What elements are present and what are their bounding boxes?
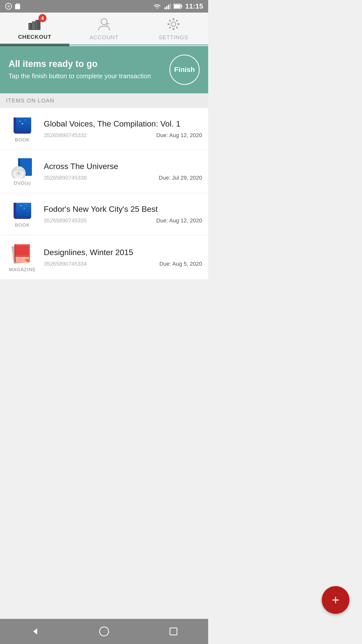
banner-subtitle: Tap the finish button to complete your t… (9, 72, 164, 80)
loan-item-type-2: DVD(s) (14, 180, 31, 186)
banner-text-area: All items ready to go Tap the finish but… (9, 59, 164, 80)
svg-rect-61 (14, 244, 16, 262)
svg-rect-12 (181, 5, 182, 7)
svg-point-38 (22, 123, 23, 125)
svg-point-1 (7, 5, 10, 8)
loan-item-barcode-1: 35265890745332 (44, 132, 87, 139)
svg-point-25 (172, 28, 174, 30)
loan-item-type-1: BOOK (15, 137, 30, 143)
svg-rect-6 (164, 7, 166, 9)
loan-item-icon-magazine: MAGAZINE (6, 242, 39, 272)
svg-rect-5 (19, 3, 19, 5)
loan-item: MAGAZINE Designlines, Winter 2015 352658… (0, 235, 208, 280)
loan-item-title-4: Designlines, Winter 2015 (44, 248, 202, 257)
loan-item-barcode-2: 35265890745338 (44, 175, 87, 181)
signal-icon (5, 3, 12, 10)
svg-point-51 (26, 205, 27, 205)
svg-rect-11 (174, 5, 180, 8)
tab-account[interactable]: ACCOUNT (69, 13, 139, 45)
svg-point-31 (169, 27, 171, 28)
finish-button[interactable]: Finish (169, 55, 200, 85)
loan-list: BOOK Global Voices, The Compilation: Vol… (0, 108, 208, 280)
loan-item-icon-book-1: BOOK (6, 115, 39, 143)
svg-point-26 (167, 23, 169, 25)
svg-point-29 (176, 27, 178, 28)
checkout-label: CHECKOUT (18, 34, 52, 40)
sdcard-icon (15, 3, 21, 10)
tab-checkout[interactable]: 4 CHECKOUT (0, 13, 69, 45)
loan-item-details-3: Fodor's New York City's 25 Best 35265890… (39, 205, 202, 224)
loan-item: DVD(s) Across The Universe 3526589074533… (0, 150, 208, 193)
loan-item-icon-dvd: DVD(s) (6, 157, 39, 186)
svg-rect-7 (166, 6, 167, 9)
wifi-icon (153, 3, 161, 10)
svg-point-35 (19, 121, 20, 122)
gear-icon (166, 17, 181, 32)
tab-settings[interactable]: SETTINGS (139, 13, 208, 45)
svg-rect-34 (16, 117, 31, 132)
loan-item-type-4: MAGAZINE (9, 267, 36, 272)
loan-item-details-2: Across The Universe 35265890745338 Due: … (39, 162, 202, 181)
loan-item-meta-1: 35265890745332 Due: Aug 12, 2020 (44, 132, 202, 139)
settings-icon-wrap (166, 17, 181, 33)
banner-title: All items ready to go (9, 59, 164, 69)
tab-bar: 4 CHECKOUT ACCOUNT (0, 13, 208, 45)
magazine-icon (11, 242, 34, 265)
book-icon (11, 115, 34, 135)
svg-rect-59 (15, 259, 25, 260)
loan-item-title-2: Across The Universe (44, 162, 202, 171)
svg-rect-3 (16, 3, 17, 5)
loan-item-meta-2: 35265890745338 Due: Jul 29, 2020 (44, 175, 202, 181)
svg-rect-58 (15, 257, 29, 259)
status-icons-left (5, 3, 21, 10)
loan-item-title-1: Global Voices, The Compilation: Vol. 1 (44, 119, 202, 129)
svg-rect-14 (29, 24, 30, 29)
svg-point-28 (169, 20, 171, 21)
loan-item-barcode-3: 35265890745335 (44, 217, 87, 224)
checkout-banner: All items ready to go Tap the finish but… (0, 46, 208, 93)
svg-point-27 (177, 23, 179, 25)
loan-item: BOOK Global Voices, The Compilation: Vol… (0, 108, 208, 150)
checkout-icon-wrap: 4 (27, 16, 43, 32)
content-area: ITEMS ON LOAN (0, 93, 208, 358)
loan-item-barcode-4: 35265890745334 (44, 261, 87, 267)
loan-item-due-1: Due: Aug 12, 2020 (156, 132, 202, 139)
status-bar: 11:15 (0, 0, 208, 13)
svg-marker-39 (14, 132, 31, 134)
loan-item-meta-3: 35265890745335 Due: Aug 12, 2020 (44, 217, 202, 224)
svg-point-52 (24, 208, 25, 209)
loan-item-title-3: Fodor's New York City's 25 Best (44, 205, 202, 214)
svg-rect-4 (17, 3, 18, 5)
svg-rect-18 (36, 21, 37, 29)
dvd-icon (11, 157, 34, 178)
loan-item-meta-4: 35265890745334 Due: Aug 5, 2020 (44, 261, 202, 267)
account-icon (97, 17, 112, 32)
book-icon-2 (11, 200, 34, 220)
checkout-badge: 4 (38, 14, 47, 22)
svg-rect-49 (16, 203, 31, 217)
settings-label: SETTINGS (159, 34, 188, 41)
items-on-loan-header: ITEMS ON LOAN (0, 93, 208, 108)
loan-item-due-2: Due: Jul 29, 2020 (159, 175, 202, 181)
loan-item: BOOK Fodor's New York City's 25 Best 352… (0, 193, 208, 235)
empty-space (0, 280, 208, 330)
svg-point-50 (21, 205, 22, 206)
svg-rect-9 (170, 4, 171, 9)
svg-marker-53 (14, 217, 31, 219)
svg-point-36 (25, 120, 25, 120)
svg-rect-8 (168, 5, 169, 9)
svg-point-46 (18, 173, 19, 174)
loan-item-details-1: Global Voices, The Compilation: Vol. 1 3… (39, 119, 202, 139)
loan-item-icon-book-2: BOOK (6, 200, 39, 228)
loan-item-due-4: Due: Aug 5, 2020 (159, 261, 202, 267)
loan-item-type-3: BOOK (15, 222, 30, 228)
loan-item-due-3: Due: Aug 12, 2020 (156, 217, 202, 224)
battery-icon (173, 4, 183, 9)
svg-point-30 (176, 20, 178, 21)
account-icon-wrap (97, 17, 112, 33)
svg-rect-60 (15, 261, 26, 262)
status-icons-right: 11:15 (153, 2, 203, 10)
svg-point-37 (28, 122, 28, 123)
svg-rect-48 (14, 203, 16, 217)
loan-item-details-4: Designlines, Winter 2015 35265890745334 … (39, 248, 202, 267)
